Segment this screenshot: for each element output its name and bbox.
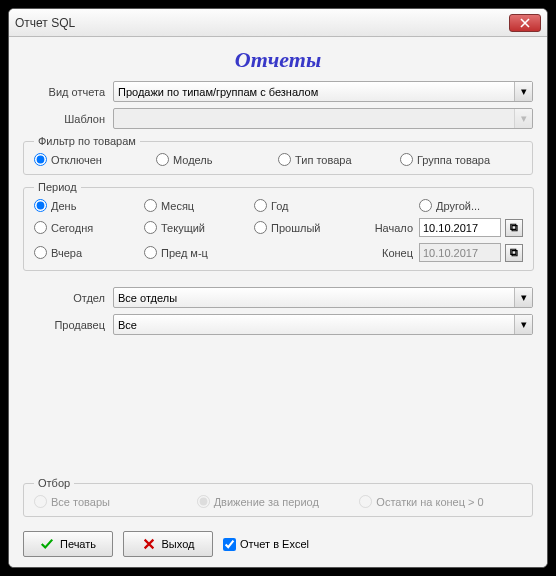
chevron-down-icon: ▾ <box>514 82 532 101</box>
period-month[interactable]: Месяц <box>144 199 254 212</box>
period-legend: Период <box>34 181 81 193</box>
calendar-icon: ⧉ <box>510 221 518 234</box>
excel-label: Отчет в Excel <box>240 538 309 550</box>
chevron-down-icon: ▾ <box>514 288 532 307</box>
end-calendar-button[interactable]: ⧉ <box>505 244 523 262</box>
close-button[interactable] <box>509 14 541 32</box>
selection-all: Все товары <box>34 495 197 508</box>
period-grid: День Месяц Год Другой... Сегодня Текущий… <box>34 199 523 262</box>
selection-movement: Движение за период <box>197 495 360 508</box>
filter-radios: Отключен Модель Тип товара Группа товара <box>34 153 522 166</box>
report-type-select[interactable]: Продажи по типам/группам с безналом ▾ <box>113 81 533 102</box>
period-last[interactable]: Прошлый <box>254 221 364 234</box>
excel-checkbox[interactable]: Отчет в Excel <box>223 538 309 551</box>
period-fieldset: Период День Месяц Год Другой... Сегодня … <box>23 181 534 271</box>
print-button[interactable]: Печать <box>23 531 113 557</box>
period-today[interactable]: Сегодня <box>34 221 144 234</box>
selection-fieldset: Отбор Все товары Движение за период Оста… <box>23 477 533 517</box>
period-year[interactable]: Год <box>254 199 364 212</box>
selection-stock: Остатки на конец > 0 <box>359 495 522 508</box>
seller-label: Продавец <box>23 319 113 331</box>
chevron-down-icon: ▾ <box>514 315 532 334</box>
seller-row: Продавец Все ▾ <box>23 314 533 335</box>
x-icon <box>142 537 156 551</box>
calendar-icon: ⧉ <box>510 246 518 259</box>
exit-button[interactable]: Выход <box>123 531 213 557</box>
start-calendar-button[interactable]: ⧉ <box>505 219 523 237</box>
end-label: Конец <box>364 247 419 259</box>
period-prevmonth[interactable]: Пред м-ц <box>144 246 254 259</box>
page-title: Отчеты <box>23 47 533 73</box>
close-icon <box>520 18 530 28</box>
period-yesterday[interactable]: Вчера <box>34 246 144 259</box>
period-day[interactable]: День <box>34 199 144 212</box>
window: Отчет SQL Отчеты Вид отчета Продажи по т… <box>8 8 548 568</box>
selection-radios: Все товары Движение за период Остатки на… <box>34 495 522 508</box>
template-select: ▾ <box>113 108 533 129</box>
excel-checkbox-input[interactable] <box>223 538 236 551</box>
seller-value: Все <box>118 319 137 331</box>
end-date: ⧉ <box>419 243 523 262</box>
chevron-down-icon: ▾ <box>514 109 532 128</box>
print-label: Печать <box>60 538 96 550</box>
department-select[interactable]: Все отделы ▾ <box>113 287 533 308</box>
period-other[interactable]: Другой... <box>419 199 523 212</box>
start-label: Начало <box>364 222 419 234</box>
check-icon <box>40 537 54 551</box>
filter-legend: Фильтр по товарам <box>34 135 140 147</box>
report-type-label: Вид отчета <box>23 86 113 98</box>
report-type-value: Продажи по типам/группам с безналом <box>118 86 318 98</box>
button-row: Печать Выход Отчет в Excel <box>23 531 533 557</box>
report-type-row: Вид отчета Продажи по типам/группам с бе… <box>23 81 533 102</box>
seller-select[interactable]: Все ▾ <box>113 314 533 335</box>
exit-label: Выход <box>162 538 195 550</box>
template-label: Шаблон <box>23 113 113 125</box>
department-value: Все отделы <box>118 292 177 304</box>
window-title: Отчет SQL <box>15 16 509 30</box>
period-current[interactable]: Текущий <box>144 221 254 234</box>
department-row: Отдел Все отделы ▾ <box>23 287 533 308</box>
filter-off[interactable]: Отключен <box>34 153 156 166</box>
filter-model[interactable]: Модель <box>156 153 278 166</box>
filter-fieldset: Фильтр по товарам Отключен Модель Тип то… <box>23 135 533 175</box>
department-label: Отдел <box>23 292 113 304</box>
titlebar: Отчет SQL <box>9 9 547 37</box>
selection-legend: Отбор <box>34 477 74 489</box>
start-date-input[interactable] <box>419 218 501 237</box>
filter-type[interactable]: Тип товара <box>278 153 400 166</box>
start-date: ⧉ <box>419 218 523 237</box>
content: Отчеты Вид отчета Продажи по типам/групп… <box>9 37 547 567</box>
end-date-input <box>419 243 501 262</box>
template-row: Шаблон ▾ <box>23 108 533 129</box>
filter-group[interactable]: Группа товара <box>400 153 522 166</box>
